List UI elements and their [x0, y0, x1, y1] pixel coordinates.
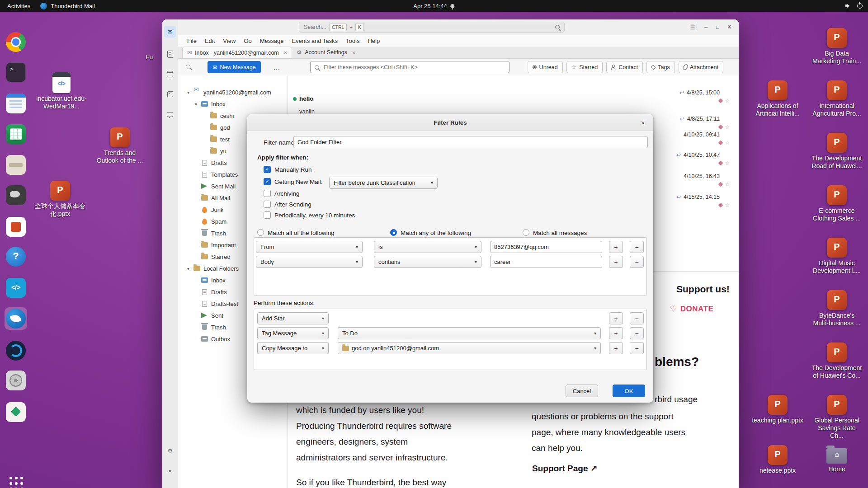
tab-close-icon[interactable]: × — [352, 49, 356, 56]
desktop-icon-applications-ai[interactable]: Applications of Artificial Intelli... — [751, 80, 804, 117]
desktop-icon-savings-pptx[interactable]: 全球个人储蓄率变化.pptx — [34, 181, 86, 218]
filter-contact-button[interactable]: Contact — [606, 61, 643, 73]
archiving-checkbox[interactable] — [264, 190, 271, 197]
star-icon[interactable]: ☆ — [725, 160, 730, 166]
tab-account-settings[interactable]: ⚙ Account Settings × — [292, 47, 360, 58]
manually-run-checkbox[interactable] — [264, 166, 271, 173]
folder-row-account[interactable]: ▾yanlin451200@gmail.com — [178, 86, 288, 98]
desktop-icon-global-savings[interactable]: Global Personal Savings Rate Ch... — [811, 395, 863, 440]
filter-name-input[interactable] — [293, 136, 648, 148]
dock-item-help[interactable] — [5, 245, 27, 268]
message-row[interactable]: ↩4/8/25, 17:11 — [680, 116, 720, 122]
pin-icon[interactable] — [186, 65, 190, 69]
desktop-icon-teaching-plan[interactable]: teaching plan.pptx — [751, 395, 804, 424]
star-icon[interactable]: ☆ — [725, 182, 730, 187]
filter-starred-button[interactable]: ☆Starred — [566, 61, 603, 73]
chat-space-button[interactable] — [164, 108, 176, 120]
action2-value-select[interactable]: To Do ▾ — [338, 327, 601, 339]
minimize-button[interactable]: − — [704, 23, 708, 31]
action3-select[interactable]: Copy Message to ▾ — [257, 342, 329, 354]
desktop-icon-bytedance[interactable]: ByteDance's Multi-business ... — [811, 290, 863, 327]
tag-icon[interactable] — [718, 124, 723, 129]
condition1-field-select[interactable]: From ▾ — [256, 241, 363, 253]
condition2-op-select[interactable]: contains ▾ — [374, 256, 481, 268]
star-icon[interactable]: ☆ — [725, 124, 730, 130]
desktop-icon-trends[interactable]: Trends and Outlook of the ... — [94, 127, 146, 164]
expander-icon[interactable]: ▾ — [187, 266, 193, 271]
action2-remove-button[interactable]: − — [630, 327, 644, 339]
condition2-value-input[interactable] — [490, 256, 602, 268]
filter-tags-button[interactable]: Tags — [646, 61, 675, 73]
address-book-space-button[interactable] — [164, 48, 176, 60]
action1-select[interactable]: Add Star ▾ — [257, 312, 329, 324]
dock-item-chrome[interactable] — [5, 31, 27, 53]
menu-help[interactable]: Help — [363, 37, 384, 45]
dock-item-vscode[interactable] — [5, 277, 27, 299]
dock-item-gimp[interactable] — [5, 184, 27, 206]
star-icon[interactable]: ☆ — [725, 202, 730, 208]
menu-tools[interactable]: Tools — [342, 37, 363, 45]
desktop-icon-big-data[interactable]: Big Data Marketing Train... — [811, 28, 863, 65]
after-sending-checkbox[interactable] — [264, 201, 271, 208]
dock-item-software[interactable] — [5, 401, 27, 423]
quick-filter-bar[interactable] — [310, 61, 509, 73]
expander-icon[interactable]: ▾ — [195, 102, 201, 107]
dock-item-disks[interactable] — [5, 369, 27, 392]
app-menu-button[interactable]: ☰ — [690, 23, 696, 31]
ok-button[interactable]: OK — [613, 385, 645, 397]
desktop-icon-home-folder[interactable]: Home — [811, 445, 863, 473]
action1-add-button[interactable]: + — [609, 312, 623, 324]
condition1-value-input[interactable] — [490, 241, 602, 253]
dialog-close-button[interactable]: × — [638, 118, 647, 127]
desktop-icon-label-partial[interactable]: Fu — [146, 53, 153, 61]
menu-message[interactable]: Message — [256, 37, 288, 45]
message-row[interactable]: 4/10/25, 16:43 — [681, 173, 720, 179]
action3-remove-button[interactable]: − — [630, 342, 644, 354]
dock-item-spreadsheet[interactable] — [5, 123, 27, 145]
junk-classification-select[interactable]: Filter before Junk Classification ▾ — [329, 177, 438, 189]
mail-space-button[interactable]: ✉ — [164, 26, 176, 38]
filter-attachment-button[interactable]: Attachment — [679, 61, 723, 73]
message-row[interactable]: ↩4/8/25, 15:00 — [679, 89, 720, 96]
tag-icon[interactable] — [718, 202, 723, 207]
tab-inbox[interactable]: ✉ Inbox - yanlin451200@gmail.com × — [182, 47, 292, 58]
dock-item-terminal[interactable] — [5, 61, 27, 84]
focused-app-indicator[interactable]: Thunderbird Mail — [40, 3, 95, 9]
window-titlebar[interactable]: Search... CTRL + K ☰ − □ × — [178, 19, 739, 35]
folder-row-inbox[interactable]: ▾Inbox — [178, 98, 288, 110]
global-search-bar[interactable]: Search... CTRL + K — [299, 22, 565, 33]
dialog-titlebar[interactable]: Filter Rules × — [247, 114, 653, 131]
filter-messages-input[interactable] — [323, 64, 505, 71]
dock-item-browser[interactable] — [5, 339, 27, 362]
getting-new-mail-checkbox[interactable] — [264, 178, 271, 185]
calendar-space-button[interactable] — [164, 68, 176, 80]
desktop-icon-digital-music[interactable]: Digital Music Development L... — [811, 238, 863, 275]
desktop-icon-intl-agricultural[interactable]: International Agricultural Pro... — [811, 80, 863, 117]
desktop-icon-huawei-road[interactable]: The Development Road of Huawei... — [811, 133, 863, 170]
message-subject[interactable]: hello — [293, 95, 314, 102]
condition2-field-select[interactable]: Body ▾ — [256, 256, 363, 268]
folder-pane-options-button[interactable]: … — [271, 61, 283, 73]
tag-icon[interactable] — [718, 98, 723, 103]
dock-item-thunderbird[interactable] — [5, 307, 27, 330]
star-icon[interactable]: ☆ — [725, 98, 730, 103]
menu-file[interactable]: File — [183, 37, 201, 45]
dock-item-presentation[interactable] — [5, 216, 27, 238]
close-button[interactable]: × — [727, 23, 731, 31]
star-icon[interactable]: ☆ — [725, 140, 730, 145]
dock-item-app-grid[interactable] — [5, 472, 27, 488]
action1-remove-button[interactable]: − — [630, 312, 644, 324]
message-sender[interactable]: yanlin — [299, 108, 315, 115]
action2-select[interactable]: Tag Message ▾ — [257, 327, 329, 339]
clock-button[interactable]: Apr 25 14:44 — [413, 3, 454, 9]
tag-icon[interactable] — [718, 140, 723, 145]
activities-button[interactable]: Activities — [7, 3, 30, 9]
filter-unread-button[interactable]: Unread — [528, 61, 563, 73]
dock-item-text-editor[interactable] — [5, 92, 27, 115]
message-row[interactable]: ↩4/10/25, 10:47 — [676, 152, 720, 158]
action2-add-button[interactable]: + — [609, 327, 623, 339]
action3-add-button[interactable]: + — [609, 342, 623, 354]
system-tray[interactable] — [845, 3, 863, 9]
expander-icon[interactable]: ▾ — [187, 90, 193, 95]
desktop-icon-huawei-co[interactable]: The Development of Huawei's Co... — [811, 343, 863, 380]
